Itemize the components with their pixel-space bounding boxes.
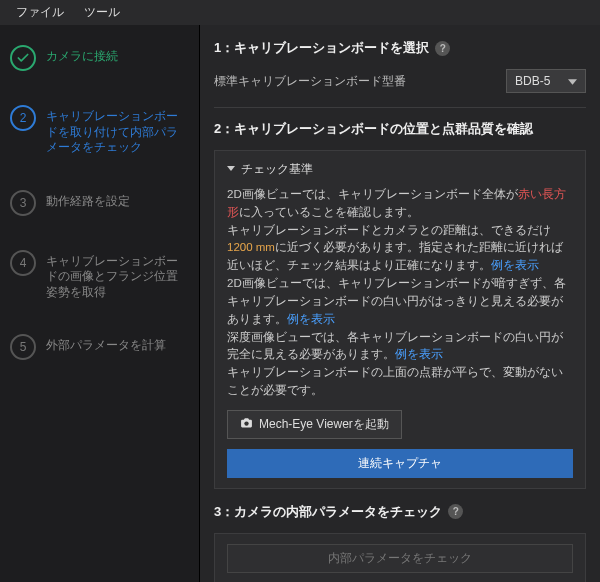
mecheye-viewer-button[interactable]: Mech-Eye Viewerを起動 bbox=[227, 410, 402, 439]
step-1[interactable]: カメラに接続 bbox=[10, 45, 189, 71]
camera-icon bbox=[240, 417, 253, 431]
step-4[interactable]: 4 キャリブレーションボードの画像とフランジ位置姿勢を取得 bbox=[10, 250, 189, 301]
example-link-1[interactable]: 例を表示 bbox=[491, 259, 539, 271]
content-panel: 1：キャリブレーションボードを選択 ? 標準キャリブレーションボード型番 BDB… bbox=[200, 25, 600, 582]
criteria-title[interactable]: チェック基準 bbox=[227, 161, 573, 178]
menubar: ファイル ツール bbox=[0, 0, 600, 25]
step-label: キャリブレーションボードの画像とフランジ位置姿勢を取得 bbox=[46, 250, 189, 301]
criteria-box: チェック基準 2D画像ビューでは、キャリブレーションボード全体が赤い長方形に入っ… bbox=[214, 150, 586, 489]
check-icon bbox=[10, 45, 36, 71]
help-icon[interactable]: ? bbox=[448, 504, 463, 519]
step-number: 2 bbox=[10, 105, 36, 131]
menu-tools[interactable]: ツール bbox=[74, 2, 130, 23]
step-number: 3 bbox=[10, 190, 36, 216]
step-label: キャリブレーションボードを取り付けて内部パラメータをチェック bbox=[46, 105, 189, 156]
step-3[interactable]: 3 動作経路を設定 bbox=[10, 190, 189, 216]
criteria-body: 2D画像ビューでは、キャリブレーションボード全体が赤い長方形に入っていることを確… bbox=[227, 186, 573, 400]
section-3-title: 3：カメラの内部パラメータをチェック ? bbox=[214, 503, 586, 521]
step-2[interactable]: 2 キャリブレーションボードを取り付けて内部パラメータをチェック bbox=[10, 105, 189, 156]
step-label: カメラに接続 bbox=[46, 45, 118, 65]
step-number: 5 bbox=[10, 334, 36, 360]
dropdown-value: BDB-5 bbox=[515, 74, 550, 88]
step-label: 外部パラメータを計算 bbox=[46, 334, 166, 354]
help-icon[interactable]: ? bbox=[435, 41, 450, 56]
board-model-dropdown[interactable]: BDB-5 bbox=[506, 69, 586, 93]
section-1-title: 1：キャリブレーションボードを選択 ? bbox=[214, 39, 586, 57]
sidebar: カメラに接続 2 キャリブレーションボードを取り付けて内部パラメータをチェック … bbox=[0, 25, 200, 582]
step-5[interactable]: 5 外部パラメータを計算 bbox=[10, 334, 189, 360]
svg-point-0 bbox=[244, 422, 248, 426]
step-number: 4 bbox=[10, 250, 36, 276]
continuous-capture-button[interactable]: 連続キャプチャ bbox=[227, 449, 573, 478]
step-label: 動作経路を設定 bbox=[46, 190, 130, 210]
section-2-title: 2：キャリブレーションボードの位置と点群品質を確認 bbox=[214, 120, 586, 138]
caret-down-icon bbox=[227, 166, 235, 171]
check-intrinsic-button[interactable]: 内部パラメータをチェック bbox=[227, 544, 573, 573]
menu-file[interactable]: ファイル bbox=[6, 2, 74, 23]
example-link-3[interactable]: 例を表示 bbox=[395, 348, 443, 360]
board-model-label: 標準キャリブレーションボード型番 bbox=[214, 73, 506, 90]
example-link-2[interactable]: 例を表示 bbox=[287, 313, 335, 325]
chevron-down-icon bbox=[568, 74, 577, 88]
